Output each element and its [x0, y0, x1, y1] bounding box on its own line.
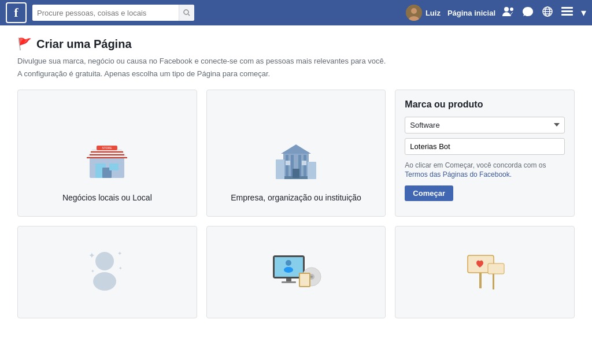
messages-icon[interactable]: [522, 6, 534, 20]
svg-rect-13: [561, 10, 573, 12]
svg-point-46: [286, 260, 291, 266]
svg-point-5: [504, 7, 509, 12]
subtitle1: Divulgue sua marca, negócio ou causa no …: [17, 55, 575, 67]
svg-text:✦: ✦: [117, 250, 122, 257]
card-negocios-label: Negócios locais ou Local: [62, 193, 152, 202]
svg-rect-48: [286, 278, 291, 281]
facebook-logo[interactable]: f: [6, 2, 27, 23]
header: f Luiz Página inicial: [0, 0, 592, 25]
page-type-grid: STORE Negócios locais ou Local: [17, 90, 575, 318]
card-negocios[interactable]: STORE Negócios locais ou Local: [17, 90, 197, 217]
nav-home[interactable]: Página inicial: [447, 9, 495, 17]
svg-point-52: [310, 276, 313, 278]
svg-rect-49: [282, 281, 296, 283]
card-pessoa[interactable]: ✦ ✦ ✦ ✦: [17, 226, 197, 318]
svg-text:STORE: STORE: [102, 146, 113, 150]
main-content: 🚩 Criar uma Página Divulgue sua marca, n…: [0, 25, 592, 364]
card-empresa[interactable]: Empresa, organização ou instituição: [206, 90, 386, 217]
svg-rect-35: [302, 161, 306, 165]
search-icon: [183, 9, 190, 16]
svg-rect-37: [308, 162, 316, 179]
svg-point-38: [95, 252, 114, 270]
page-title: Criar uma Página: [36, 38, 132, 51]
person-illustration: ✦ ✦ ✦ ✦: [84, 244, 130, 296]
card-entretenimento[interactable]: [206, 226, 386, 318]
header-right: Luiz Página inicial: [406, 5, 586, 21]
svg-rect-12: [561, 7, 573, 9]
svg-marker-31: [281, 144, 311, 154]
card-causa[interactable]: [395, 226, 575, 318]
svg-rect-54: [300, 274, 309, 286]
menu-icon[interactable]: [561, 7, 573, 19]
svg-rect-23: [109, 164, 119, 170]
comecar-button[interactable]: Começar: [405, 185, 453, 201]
search-button[interactable]: [179, 5, 194, 21]
search-bar: [32, 5, 194, 21]
header-icons: ▾: [502, 6, 586, 20]
svg-text:✦: ✦: [91, 269, 95, 274]
svg-line-1: [188, 14, 190, 16]
dropdown-arrow-icon[interactable]: ▾: [581, 6, 586, 19]
subtitle2: A configuração é gratuita. Apenas escolh…: [17, 69, 575, 78]
page-name-input[interactable]: [405, 138, 565, 155]
shop-illustration: STORE: [84, 138, 130, 184]
entertainment-illustration: [270, 247, 322, 293]
svg-point-3: [411, 8, 417, 14]
search-input[interactable]: [32, 5, 179, 21]
terms-link[interactable]: Termos das Páginas do Facebook.: [405, 170, 512, 179]
card-marca: Marca ou produto Software Produto de con…: [395, 90, 575, 217]
friends-icon[interactable]: [502, 6, 514, 20]
svg-marker-18: [87, 149, 127, 158]
user-name: Luiz: [426, 9, 441, 17]
marca-card-title: Marca ou produto: [405, 99, 565, 110]
svg-rect-36: [276, 159, 284, 179]
terms-text: Ao clicar em Começar, você concorda com …: [405, 161, 565, 180]
cause-illustration: [459, 245, 511, 294]
svg-rect-14: [561, 14, 573, 16]
avatar-image: [406, 5, 422, 21]
svg-text:✦: ✦: [88, 251, 95, 260]
svg-rect-27: [286, 155, 288, 178]
card-empresa-label: Empresa, organização ou instituição: [231, 193, 361, 202]
avatar: [406, 5, 422, 21]
globe-icon[interactable]: [542, 6, 553, 20]
svg-point-0: [184, 10, 188, 14]
building-illustration: [273, 138, 319, 184]
page-title-row: 🚩 Criar uma Página: [17, 37, 575, 51]
categoria-select[interactable]: Software Produto de consumo Eletrônicos …: [405, 117, 565, 133]
flag-icon: 🚩: [17, 37, 32, 51]
user-menu[interactable]: Luiz: [406, 5, 441, 21]
svg-point-47: [284, 267, 293, 273]
svg-rect-30: [304, 155, 306, 178]
svg-point-6: [510, 8, 513, 11]
svg-rect-33: [293, 169, 299, 178]
svg-point-39: [93, 272, 116, 291]
terms-prefix: Ao clicar em Começar, você concorda com …: [405, 161, 546, 169]
svg-rect-59: [488, 263, 504, 274]
svg-rect-34: [286, 161, 290, 165]
svg-text:✦: ✦: [119, 266, 123, 271]
